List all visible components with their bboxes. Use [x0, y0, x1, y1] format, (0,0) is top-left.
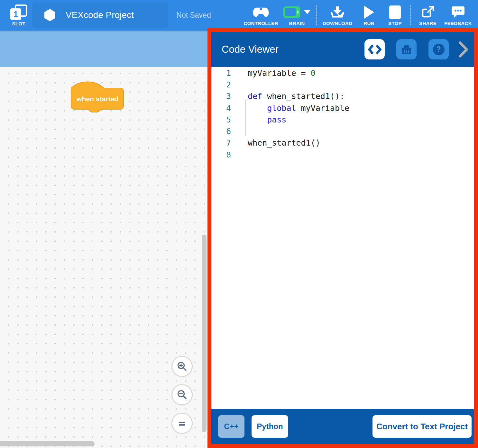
help-icon: ? — [433, 44, 445, 55]
zoom-out-button[interactable] — [171, 384, 193, 405]
download-button[interactable]: DOWNLOAD — [320, 0, 355, 31]
brain-device-icon — [401, 44, 412, 55]
controller-button[interactable]: CONTROLLER — [241, 0, 281, 31]
line-number: 4 — [211, 103, 231, 113]
brain-button[interactable]: BRAIN — [281, 0, 313, 31]
code-line: 8 — [211, 149, 474, 160]
code-viewer-title: Code Viewer — [222, 44, 279, 55]
zoom-in-icon — [177, 361, 188, 372]
stop-icon — [389, 5, 401, 20]
when-started-block[interactable]: when started — [71, 79, 124, 114]
code-icon — [368, 44, 381, 55]
top-toolbar: 1 SLOT VEXcode Project Not Saved CONTROL… — [0, 0, 478, 31]
code-line: 4 global myVariable — [211, 102, 474, 114]
line-number: 2 — [211, 80, 231, 89]
run-icon — [364, 5, 374, 20]
vertical-scrollbar[interactable] — [202, 235, 207, 432]
toolbar-divider — [316, 5, 317, 25]
line-number: 7 — [211, 138, 231, 148]
toolbar-actions: CONTROLLER BRAIN — [241, 0, 478, 31]
caret-down-icon — [304, 10, 310, 14]
indent-guide — [245, 100, 246, 136]
project-button[interactable]: VEXcode Project — [32, 3, 168, 28]
hexagon-icon — [44, 9, 55, 21]
code-footer: C++ Python Convert to Text Project — [211, 409, 474, 444]
slot-pages-icon: 1 — [10, 4, 27, 20]
code-viewer-header: Code Viewer ? — [211, 32, 474, 67]
code-line: 6 — [211, 125, 474, 137]
zoom-in-button[interactable] — [171, 356, 193, 377]
when-started-label: when started — [76, 95, 118, 103]
code-line: 1myVariable = 0 — [211, 67, 474, 79]
code-text: myVariable = 0 — [248, 68, 316, 78]
code-view-button[interactable] — [364, 39, 385, 59]
stop-button[interactable]: STOP — [383, 0, 407, 31]
zoom-reset-button[interactable] — [171, 413, 193, 434]
collapse-panel-button[interactable] — [458, 41, 469, 59]
run-button[interactable]: RUN — [355, 0, 383, 31]
share-icon — [421, 5, 435, 20]
device-view-button[interactable] — [396, 39, 417, 59]
slot-button[interactable]: 1 SLOT — [5, 1, 32, 30]
code-text: pass — [248, 115, 286, 124]
code-lines: 1myVariable = 023def when_started1():4 g… — [211, 67, 474, 160]
convert-to-text-button[interactable]: Convert to Text Project — [372, 415, 472, 438]
zoom-reset-icon — [177, 418, 188, 429]
line-number: 5 — [211, 115, 231, 124]
code-text: when_started1() — [248, 138, 320, 148]
code-text: global myVariable — [248, 103, 349, 113]
vexcode-app: 1 SLOT VEXcode Project Not Saved CONTROL… — [0, 0, 478, 448]
horizontal-scrollbar[interactable] — [0, 441, 95, 446]
zoom-out-icon — [177, 389, 188, 400]
feedback-icon — [451, 5, 465, 20]
brain-icon — [283, 6, 300, 18]
help-button[interactable]: ? — [428, 39, 449, 59]
slot-number: 1 — [10, 8, 21, 20]
code-line: 5 pass — [211, 114, 474, 125]
download-icon — [330, 5, 345, 20]
line-number: 1 — [211, 68, 231, 78]
palette-strip — [0, 31, 212, 67]
slot-label: SLOT — [12, 21, 25, 26]
code-line: 3def when_started1(): — [211, 91, 474, 102]
controller-icon — [253, 5, 269, 20]
code-text: def when_started1(): — [248, 92, 345, 101]
code-line: 7when_started1() — [211, 137, 474, 149]
feedback-button[interactable]: FEEDBACK — [442, 0, 474, 31]
share-button[interactable]: SHARE — [414, 0, 442, 31]
python-tab[interactable]: Python — [252, 415, 288, 438]
line-number: 8 — [211, 150, 231, 159]
project-title: VEXcode Project — [66, 10, 134, 20]
cpp-tab[interactable]: C++ — [218, 415, 244, 438]
chevron-right-icon — [458, 41, 469, 58]
line-number: 3 — [211, 92, 231, 101]
line-number: 6 — [211, 127, 231, 136]
code-area: 1myVariable = 023def when_started1():4 g… — [211, 67, 474, 409]
code-viewer-panel: Code Viewer ? — [207, 28, 478, 448]
save-status: Not Saved — [168, 0, 219, 31]
code-line: 2 — [211, 79, 474, 90]
toolbar-divider — [410, 5, 411, 25]
